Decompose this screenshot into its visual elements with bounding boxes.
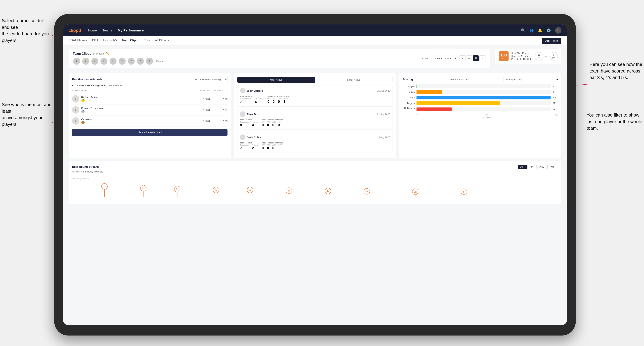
ott-value-1: 0: [268, 100, 271, 104]
lb-avg-2: 107: [214, 109, 228, 112]
player-avatar-2: 🏌️: [82, 57, 90, 65]
logo: clippd: [68, 28, 81, 33]
arg-value-1: 0: [278, 100, 282, 104]
players-label: Players: [156, 60, 164, 63]
tournament-label-2: Tournament: [240, 121, 249, 123]
sub-nav-all-players[interactable]: All Players: [155, 39, 169, 43]
ott-label-3: OTT: [262, 144, 265, 146]
lb-player-info-1: Richard Butler 🥇: [81, 96, 98, 102]
activity-player-1: Blair McHarg 26 Aug 2023 Total Rounds To…: [237, 85, 393, 107]
practice-label-3: Practice: [252, 144, 258, 146]
sub-nav-team-clippd[interactable]: Team Clippd: [122, 39, 140, 43]
shot-circles: 16 yds → 0 yds: [535, 52, 558, 60]
streak-putt-button[interactable]: PUTT: [548, 165, 558, 169]
bar-chart: Eagles 3 Birdies 96: [402, 84, 558, 112]
ott-label-1: OTT: [268, 98, 271, 100]
eagles-track: [416, 84, 551, 88]
view-grid-small-icon[interactable]: ⊞: [460, 55, 466, 61]
streak-ott-button[interactable]: OTT: [518, 165, 527, 169]
view-list-icon[interactable]: ☰: [473, 55, 479, 61]
tournament-value-1: 7: [240, 100, 252, 104]
shot-end-lie: End Lie: In The Hole: [511, 58, 532, 60]
pars-fill: [416, 96, 550, 99]
activity-player-1-name: Blair McHarg: [240, 88, 263, 93]
bell-icon[interactable]: 🔔: [538, 28, 542, 32]
user-avatar[interactable]: U: [555, 27, 562, 33]
streak-dot-2: 6x: [140, 185, 146, 197]
people-icon[interactable]: 👥: [530, 28, 534, 32]
search-icon[interactable]: 🔍: [521, 28, 525, 32]
nav-my-performance[interactable]: My Performance: [118, 28, 144, 32]
streak-app-button[interactable]: APP: [528, 165, 536, 169]
drill-select[interactable]: PUTT Must Make Putting...: [193, 77, 228, 82]
app-label-1: APP: [273, 98, 276, 100]
scoring-player-select[interactable]: All Players: [503, 77, 522, 82]
ott-label-2: OTT: [262, 121, 265, 123]
nav-teams[interactable]: Teams: [102, 28, 112, 32]
lb-col-player: PLAYER NAME: [72, 89, 200, 92]
activity-player-2-stats: Total Rounds Tournament 8 Practice 4: [240, 119, 390, 127]
scoring-par-select[interactable]: Par 3, 4 & 5s: [448, 77, 468, 82]
edit-team-icon[interactable]: ✏️: [106, 52, 110, 56]
bar-dbogeys: D. Bogeys + 131: [402, 107, 558, 112]
sub-nav-pgat[interactable]: PGAT Players: [68, 39, 87, 43]
view-full-leaderboard-button[interactable]: View Full Leaderboard: [72, 129, 228, 136]
tournament-label-3: Tournament: [240, 144, 249, 146]
bar-pars: Pars 499: [402, 96, 558, 99]
circle-end-label: yds: [552, 57, 555, 58]
streak-arg-button[interactable]: ARG: [537, 165, 547, 169]
lb-player-1: 🏌️ Richard Butler 🥇: [72, 95, 200, 103]
add-team-button[interactable]: Add Team: [542, 38, 562, 44]
rounds-label-2: Total Rounds: [240, 119, 258, 121]
lb-player-info-3: Cameron... 🥉: [81, 118, 94, 124]
shot-card: 198 SC Shot Dist: 16 yds Start Lie: Roug…: [495, 49, 562, 64]
ipad-screen: clippd Home Teams My Performance 🔍 👥 🔔 ⚙…: [63, 24, 567, 325]
streak-dot-5: 5x: [247, 187, 253, 197]
lb-col-avg: PB AVG SQ: [214, 89, 228, 92]
streak-dot-6: 4x: [286, 187, 292, 197]
scoring-title: Scoring: [402, 78, 413, 81]
tab-most-active[interactable]: Most Active: [237, 77, 315, 83]
streak-dot-circle-4: 5x: [213, 187, 219, 193]
sub-nav-hcaps[interactable]: Hcaps 1-5: [103, 39, 117, 43]
scoring-header: Scoring Par 3, 4 & 5s All Players ▾: [402, 77, 558, 82]
player-avatar-3: 🏌️: [91, 57, 99, 65]
ott-col-3: OTT 0: [262, 144, 265, 150]
bar-eagles: Eagles 3: [402, 84, 558, 88]
practice-value-3: 2: [252, 146, 258, 150]
streak-dot-circle-8: 4x: [364, 188, 370, 194]
axis-0: 0: [416, 114, 418, 116]
tournament-label-1: Tournament: [240, 98, 252, 100]
sub-nav-pga[interactable]: PGA: [92, 39, 98, 43]
team-info: Team Clippd 14 Players ✏️ 🏌️ 🏌️ 🏌️ 🏌️ 🏌️…: [73, 52, 164, 65]
lb-avg-1: 110: [214, 98, 228, 100]
pars-label: Pars: [402, 96, 415, 99]
streak-dot-9: 3x: [412, 188, 418, 197]
lb-badge-gold: 🥇: [81, 99, 85, 102]
pars-track: [416, 96, 551, 99]
nav-icons: 🔍 👥 🔔 ⚙️ U: [521, 27, 562, 33]
bogeys-label: Bogeys: [402, 102, 415, 105]
circle-start-value: 16: [538, 54, 540, 57]
birdies-fill: [416, 90, 442, 94]
tournament-col-2: Tournament 8: [240, 121, 249, 127]
putt-label-2: PUTT: [278, 121, 282, 123]
lb-table-header: PLAYER NAME PB SCORE PB AVG SQ: [72, 89, 228, 92]
activity-card: Most Active Least Active Blair McHarg 26…: [234, 73, 396, 158]
streak-dot-7: 4x: [325, 188, 331, 197]
nav-home[interactable]: Home: [88, 28, 97, 32]
settings-icon[interactable]: ⚙️: [546, 28, 551, 32]
view-filter-icon[interactable]: ⊧: [480, 55, 486, 61]
birdies-value: 96: [553, 91, 558, 93]
show-period-select[interactable]: Last 3 months Last 6 months Last year: [432, 56, 457, 61]
rounds-label-3: Total Rounds: [240, 142, 258, 144]
view-grid-large-icon[interactable]: ⊟: [466, 55, 472, 61]
tournament-value-2: 8: [240, 123, 249, 127]
streak-dot-line-10: [464, 195, 464, 197]
lb-player-name-1: Richard Butler: [81, 96, 98, 99]
lb-player-3: 🏌️ Cameron... 🥉: [72, 117, 200, 125]
annotation-top-right: Here you can see how theteam have scored…: [590, 61, 642, 81]
sub-nav-tour[interactable]: Tour: [144, 39, 150, 43]
scoring-expand-icon[interactable]: ▾: [556, 78, 558, 81]
tab-least-active[interactable]: Least Active: [315, 77, 393, 83]
